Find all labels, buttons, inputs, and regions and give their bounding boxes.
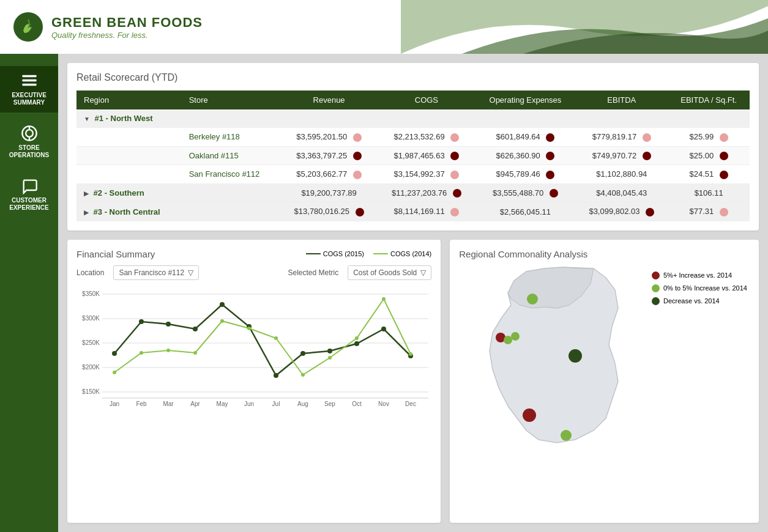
svg-point-5	[26, 130, 33, 137]
chart-dot	[140, 351, 143, 355]
revenue-cell: $5,203,662.77	[280, 165, 378, 184]
revenue-indicator	[353, 152, 362, 160]
map-dot	[527, 294, 538, 305]
svg-text:Feb: Feb	[136, 401, 147, 407]
chart-dot	[113, 371, 116, 374]
california-map	[459, 265, 636, 455]
ebitda-cell	[575, 109, 668, 128]
metric-dropdown[interactable]: Cost of Goods Sold ▽	[348, 265, 431, 280]
regional-analysis-panel: Regional Commonality Analysis	[450, 240, 759, 523]
chart-legend: COGS (2015) COGS (2014)	[306, 250, 432, 257]
revenue-cell: $3,595,201.50	[280, 128, 378, 147]
table-row: Oakland #115 $3,363,797.25 $1,987,465.63…	[76, 146, 750, 165]
col-opex: Operating Expenses	[475, 91, 576, 109]
sidebar-item-customer-label: CUSTOMER EXPERIENCE	[5, 197, 53, 212]
revenue-cell	[280, 109, 378, 128]
chart-dot	[193, 327, 198, 331]
series-2014-line	[114, 299, 411, 375]
table-row: ▶ #3 - North Central $13,780,016.25 $8,1…	[76, 202, 750, 221]
map-container: 5%+ Increase vs. 2014 0% to 5% Increase …	[459, 265, 750, 457]
logo-text: GREEN BEAN FOODS Quality freshness. For …	[51, 15, 203, 40]
cogs-cell: $3,154,992.37	[378, 165, 475, 184]
cogs-cell: $11,237,203.76	[378, 183, 475, 202]
map-svg-area	[459, 265, 646, 457]
svg-text:Sep: Sep	[324, 401, 335, 407]
map-legend: 5%+ Increase vs. 2014 0% to 5% Increase …	[652, 265, 750, 457]
legend-dot-red	[652, 272, 660, 279]
ebitda-cell: $3,099,802.03	[575, 202, 668, 221]
chart-area: $350K $300K $250K $200K $150K	[76, 285, 431, 416]
collapse-arrow[interactable]: ▼	[84, 116, 90, 122]
chart-dot	[327, 349, 332, 353]
sidebar-item-store-label: STORE OPERATIONS	[5, 144, 53, 159]
chart-dot	[247, 327, 251, 330]
opex-indicator	[550, 189, 558, 198]
chart-dot	[328, 356, 332, 360]
chart-dot	[112, 351, 117, 356]
revenue-cell: $19,200,737.89	[280, 183, 378, 202]
bottom-panels: Financial Summary COGS (2015) COGS (2014…	[67, 240, 759, 523]
scorecard-title: Retail Scorecard (YTD)	[76, 72, 750, 83]
app-header: GREEN BEAN FOODS Quality freshness. For …	[0, 0, 768, 54]
content-area: Retail Scorecard (YTD) Region Store Reve…	[58, 54, 768, 532]
opex-indicator	[546, 152, 554, 160]
svg-text:$200K: $200K	[82, 364, 100, 371]
map-dot	[511, 332, 520, 341]
chart-dot	[409, 352, 412, 356]
legend-label-increase-0to5: 0% to 5% Increase vs. 2014	[663, 284, 747, 292]
store-cell	[182, 183, 280, 202]
chart-controls: Location San Francisco #112 ▽ Selected M…	[76, 265, 431, 280]
legend-dot-green	[652, 284, 660, 292]
ebitda-sqft-indicator	[720, 152, 728, 160]
store-cell: Berkeley #118	[182, 128, 280, 147]
scorecard-table: Region Store Revenue COGS Operating Expe…	[76, 91, 750, 221]
svg-text:May: May	[217, 401, 228, 407]
ebitda-sqft-cell: $77.31	[668, 202, 750, 221]
legend-label-2014: COGS (2014)	[390, 250, 431, 257]
dropdown-arrow: ▽	[188, 268, 193, 277]
sidebar-item-executive-summary[interactable]: EXECUTIVE SUMMARY	[0, 66, 58, 113]
ebitda-sqft-cell: $25.99	[668, 128, 750, 147]
opex-cell: $626,360.90	[475, 146, 576, 165]
scorecard-panel: Retail Scorecard (YTD) Region Store Reve…	[67, 63, 759, 231]
col-store: Store	[182, 91, 280, 109]
cogs-indicator	[450, 133, 459, 142]
sidebar-item-customer-experience[interactable]: CUSTOMER EXPERIENCE	[0, 171, 58, 218]
col-ebitda-sqft: EBITDA / Sq.Ft.	[668, 91, 750, 109]
legend-item-increase-0to5: 0% to 5% Increase vs. 2014	[652, 284, 750, 292]
cogs-cell: $1,987,465.63	[378, 146, 475, 165]
chart-dot	[274, 373, 278, 378]
opex-cell: $3,555,488.70	[475, 183, 576, 202]
ebitda-sqft-indicator	[720, 133, 728, 142]
collapse-arrow[interactable]: ▶	[84, 209, 89, 216]
col-revenue: Revenue	[280, 91, 378, 109]
region-cell: ▼ #1 - North West	[76, 109, 182, 128]
legend-label-decrease: Decrease vs. 2014	[663, 297, 720, 305]
col-region: Region	[76, 91, 182, 109]
logo-icon	[12, 11, 44, 43]
ebitda-sqft-cell	[668, 109, 750, 128]
chart-dot	[354, 341, 359, 346]
cogs-cell: $8,114,169.11	[378, 202, 475, 221]
cogs-indicator	[450, 171, 459, 179]
app-name: GREEN BEAN FOODS	[51, 15, 203, 31]
ebitda-cell: $749,970.72	[575, 146, 668, 165]
ebitda-cell: $4,408,045.43	[575, 183, 668, 202]
region-cell	[76, 165, 182, 184]
sidebar-item-store-operations[interactable]: STORE OPERATIONS	[0, 119, 58, 165]
opex-cell: $945,789.46	[475, 165, 576, 184]
ebitda-sqft-indicator	[720, 208, 728, 216]
svg-text:Aug: Aug	[297, 401, 308, 407]
revenue-cell: $13,780,016.25	[280, 202, 378, 221]
store-cell: San Francisco #112	[182, 165, 280, 184]
opex-cell	[475, 109, 576, 128]
app-tagline: Quality freshness. For less.	[51, 31, 203, 40]
ebitda-sqft-indicator	[720, 171, 728, 179]
table-row: ▶ #2 - Southern $19,200,737.89 $11,237,2…	[76, 183, 750, 202]
location-dropdown[interactable]: San Francisco #112 ▽	[113, 265, 199, 280]
collapse-arrow[interactable]: ▶	[84, 190, 89, 197]
region-cell: ▶ #3 - North Central	[76, 202, 182, 221]
table-row: ▼ #1 - North West	[76, 109, 750, 128]
svg-text:Oct: Oct	[352, 401, 362, 407]
svg-rect-3	[22, 84, 36, 86]
